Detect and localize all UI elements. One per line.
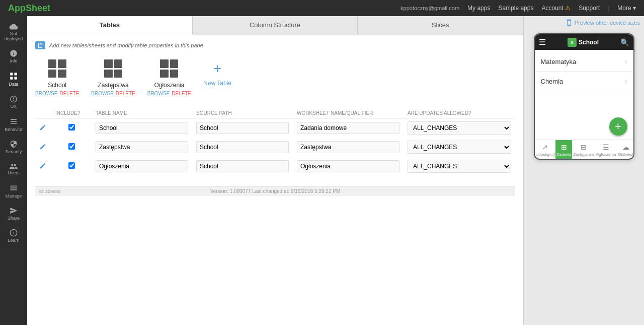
sidebar-item-manage[interactable]: Manage xyxy=(0,180,27,202)
school-table-actions: BROWSE DELETE xyxy=(35,91,79,96)
nav-item-udostepnij[interactable]: ↗ Udostępnij xyxy=(535,140,556,159)
tab-slices[interactable]: Slices xyxy=(358,16,523,35)
include-checkbox-0[interactable] xyxy=(68,124,75,131)
source-path-input-2[interactable] xyxy=(196,160,289,172)
sidebar-item-learn[interactable]: i Learn xyxy=(0,226,27,246)
info-label: Info xyxy=(10,58,17,63)
sidebar-item-share[interactable]: Share xyxy=(0,204,27,224)
sidebar-item-security[interactable]: Security xyxy=(0,137,27,157)
updates-select-1[interactable]: ALL_CHANGES READ_ONLY ADDS_ONLY UPDATES_… xyxy=(408,141,511,154)
sidebar-item-data[interactable]: Data xyxy=(0,69,27,90)
info-icon xyxy=(10,49,18,57)
worksheet-input-0[interactable] xyxy=(297,122,399,134)
source-path-input-1[interactable] xyxy=(196,141,289,153)
ux-label: UX xyxy=(11,104,17,109)
sidebar-item-ux[interactable]: UX xyxy=(0,92,27,112)
list-item-matematyka[interactable]: Matematyka › xyxy=(535,52,633,72)
users-label: Users xyxy=(8,170,20,175)
more-link[interactable]: More ▾ xyxy=(617,5,636,12)
edit-cell-0 xyxy=(35,118,51,138)
updates-select-2[interactable]: ALL_CHANGES READ_ONLY ADDS_ONLY UPDATES_… xyxy=(408,160,511,173)
tab-bar: Tables Column Structure Slices xyxy=(27,16,523,35)
zastepstwa-delete-link[interactable]: DELETE xyxy=(116,91,135,96)
fab-button[interactable]: + xyxy=(609,117,627,136)
worksheet-input-2[interactable] xyxy=(297,160,399,172)
data-label: Data xyxy=(9,82,18,87)
info-bar: Add new tables/sheets and modify table p… xyxy=(35,41,515,49)
new-table-button[interactable]: + New Table xyxy=(203,57,231,87)
hamburger-icon[interactable]: ☰ xyxy=(539,37,546,47)
table-card-zastepstwa[interactable]: Zastępstwa BROWSE DELETE xyxy=(91,57,135,96)
edit-button-2[interactable] xyxy=(39,163,46,171)
edit-button-0[interactable] xyxy=(39,124,46,133)
table-name-cell-1 xyxy=(92,138,192,157)
preview-header[interactable]: Preview other device sizes xyxy=(524,16,644,29)
ogloszenia-nav-icon: ☰ xyxy=(603,143,609,151)
share-icon xyxy=(10,207,18,215)
footer-container: id: 209685 Version: 1.000077 Last change… xyxy=(35,186,515,196)
zastepstwa-browse-link[interactable]: BROWSE xyxy=(91,91,113,96)
nav-item-zastepstwa[interactable]: ⊟ Zastępstwa xyxy=(572,140,595,159)
worksheet-cell-1 xyxy=(293,138,404,157)
nav-item-ogloszenia[interactable]: ☰ Ogłoszenia xyxy=(595,140,617,159)
col-include-header: INCLUDE? xyxy=(51,108,92,118)
ogloszenia-table-actions: BROWSE DELETE xyxy=(147,91,191,96)
document-icon xyxy=(37,42,43,49)
worksheet-input-1[interactable] xyxy=(297,141,399,153)
updates-select-0[interactable]: ALL_CHANGES READ_ONLY ADDS_ONLY UPDATES_… xyxy=(408,121,511,135)
nav-item-zadania[interactable]: ⊞ Zadania xyxy=(555,140,572,159)
col-edit-header xyxy=(35,108,51,118)
device-frame: ☰ X School 🔍 Matematyka › xyxy=(534,33,634,160)
cloud-icon xyxy=(9,23,18,30)
sidebar-item-behavior[interactable]: Behavior xyxy=(0,114,27,135)
school-browse-link[interactable]: BROWSE xyxy=(35,91,57,96)
sidebar-item-users[interactable]: Users xyxy=(0,159,27,178)
tab-column-structure[interactable]: Column Structure xyxy=(193,16,358,35)
list-item-chemia[interactable]: Chemia › xyxy=(535,72,633,91)
device-bottom-nav: ↗ Udostępnij ⊞ Zadania ⊟ Zastępstwa ☰ Og… xyxy=(535,140,633,159)
version-text: Version: 1.000077 Last changed at: 9/16/… xyxy=(35,186,515,196)
my-apps-link[interactable]: My apps xyxy=(467,5,490,12)
edit-button-1[interactable] xyxy=(39,144,46,152)
main-layout: Not deployed Info Data UX Behavior xyxy=(0,16,644,325)
device-title-text: School xyxy=(579,39,599,46)
table-card-ogloszenia[interactable]: Ogłoszenia BROWSE DELETE xyxy=(147,57,191,96)
top-nav: AppSheet kppotoczny@gmail.com My apps Sa… xyxy=(0,0,644,16)
learn-icon: i xyxy=(10,229,18,237)
include-checkbox-2[interactable] xyxy=(68,162,75,169)
support-link[interactable]: Support xyxy=(579,5,600,12)
ogloszenia-table-name: Ogłoszenia xyxy=(154,82,184,89)
ogloszenia-delete-link[interactable]: DELETE xyxy=(172,91,191,96)
plus-icon: + xyxy=(206,57,228,80)
device-top-bar: ☰ X School 🔍 xyxy=(535,34,633,50)
zastepstwa-nav-icon: ⊟ xyxy=(581,143,587,151)
sidebar-item-not-deployed[interactable]: Not deployed xyxy=(0,20,27,44)
table-card-school[interactable]: School BROWSE DELETE xyxy=(35,57,79,96)
include-checkbox-1[interactable] xyxy=(68,143,75,150)
table-row: ALL_CHANGES READ_ONLY ADDS_ONLY UPDATES_… xyxy=(35,118,515,138)
fab-container: + xyxy=(535,113,633,140)
sample-apps-link[interactable]: Sample apps xyxy=(498,5,533,12)
ogloszenia-browse-link[interactable]: BROWSE xyxy=(147,91,170,96)
new-table-label: New Table xyxy=(203,80,231,87)
tab-tables[interactable]: Tables xyxy=(27,16,193,35)
include-cell-1 xyxy=(51,138,92,157)
updates-cell-0: ALL_CHANGES READ_ONLY ADDS_ONLY UPDATES_… xyxy=(404,118,515,138)
sidebar-item-info[interactable]: Info xyxy=(0,46,27,67)
nav-item-odswiez[interactable]: ☁ Odśwież xyxy=(617,140,634,159)
device-search-icon[interactable]: 🔍 xyxy=(620,38,629,46)
manage-label: Manage xyxy=(6,193,22,199)
school-delete-link[interactable]: DELETE xyxy=(59,91,79,96)
table-name-input-1[interactable] xyxy=(96,141,188,153)
left-sidebar: Not deployed Info Data UX Behavior xyxy=(0,16,27,325)
top-nav-right: kppotoczny@gmail.com My apps Sample apps… xyxy=(400,5,636,12)
manage-icon xyxy=(9,183,18,192)
learn-label: Learn xyxy=(8,238,19,243)
account-warning-icon: ⚠ xyxy=(565,5,571,12)
zastepstwa-table-actions: BROWSE DELETE xyxy=(91,91,135,96)
table-name-input-0[interactable] xyxy=(96,122,188,134)
phone-icon xyxy=(566,19,573,26)
source-path-input-0[interactable] xyxy=(196,122,289,134)
table-name-input-2[interactable] xyxy=(96,160,188,172)
account-link[interactable]: Account ⚠ xyxy=(541,5,571,12)
